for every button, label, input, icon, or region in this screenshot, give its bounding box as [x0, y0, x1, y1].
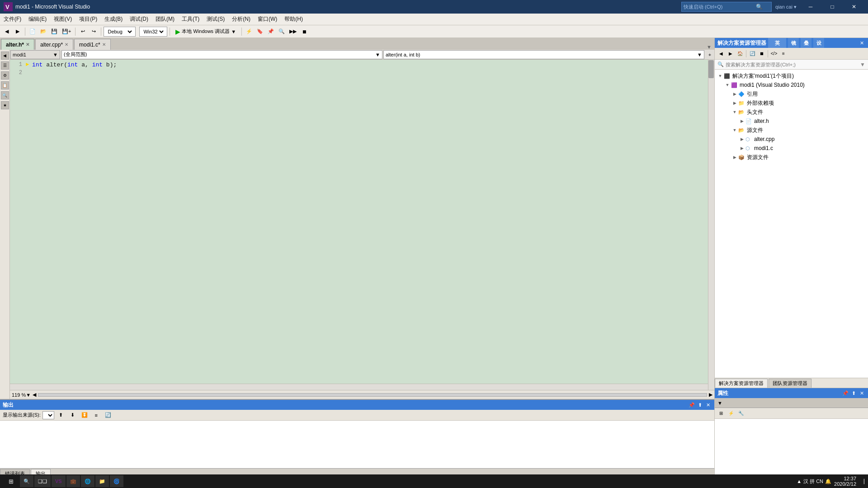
sidebar-icon-3[interactable]: ⚙: [1, 71, 9, 80]
tree-resources[interactable]: ▶ 📦 资源文件: [715, 153, 868, 162]
undo-button[interactable]: ↩: [78, 27, 88, 37]
sidebar-icon-5[interactable]: 🔍: [1, 91, 9, 99]
editor-expand-btn[interactable]: +: [705, 50, 714, 59]
debug-mode-select[interactable]: Debug Release: [106, 28, 133, 35]
tab-expand-btn[interactable]: ▼: [704, 44, 714, 50]
se-refresh-btn[interactable]: 🔄: [748, 49, 757, 58]
output-btn-1[interactable]: ⬆: [56, 410, 66, 420]
new-file-button[interactable]: 📄: [28, 27, 38, 37]
se-search-dropdown[interactable]: ▼: [860, 61, 865, 68]
menu-tools[interactable]: 工具(T): [178, 14, 203, 25]
tab-modi1-c[interactable]: modi1.c* ✕: [74, 39, 111, 50]
props-dropdown[interactable]: ▼: [715, 398, 868, 408]
menu-analyze[interactable]: 分析(N): [228, 14, 254, 25]
tab-alter-cpp-close[interactable]: ✕: [65, 42, 68, 47]
menu-build[interactable]: 生成(B): [101, 14, 126, 25]
se-search-bar[interactable]: 🔍 ▼: [715, 60, 868, 70]
menu-file[interactable]: 文件(F): [0, 14, 25, 25]
taskbar-search[interactable]: 🔍: [20, 475, 33, 487]
tray-notification[interactable]: 🔔: [825, 479, 831, 484]
output-btn-3[interactable]: ⏬: [80, 410, 90, 420]
menu-debug[interactable]: 调试(D): [126, 14, 152, 25]
start-button[interactable]: ⊞: [2, 475, 20, 487]
toolbar-extra-2[interactable]: 🔖: [255, 27, 265, 37]
menu-view[interactable]: 视图(V): [50, 14, 75, 25]
se-search-input[interactable]: [726, 62, 860, 67]
menu-edit[interactable]: 编辑(E): [25, 14, 50, 25]
forward-button[interactable]: ▶: [13, 27, 23, 37]
output-btn-4[interactable]: ≡: [91, 410, 101, 420]
toolbar-extra-3[interactable]: 📌: [266, 27, 276, 37]
output-float-btn[interactable]: ⬆: [696, 401, 703, 408]
user-label[interactable]: qian cai ▾: [775, 4, 797, 10]
se-pin-btn[interactable]: ✕: [858, 39, 865, 47]
redo-button[interactable]: ↪: [89, 27, 99, 37]
output-close-btn[interactable]: ✕: [704, 401, 712, 408]
taskbar-app-3[interactable]: 🌐: [81, 475, 94, 487]
se-code-btn[interactable]: </>: [769, 49, 778, 58]
save-button[interactable]: 💾: [49, 27, 59, 37]
code-editor[interactable]: modi1 ▼ (全局范围) ▼ alter(int a, int b) ▼ +: [10, 50, 714, 399]
sidebar-icon-2[interactable]: ☰: [1, 61, 9, 70]
project-selector[interactable]: modi1 ▼: [10, 50, 60, 59]
platform-select[interactable]: Win32 x64: [142, 28, 165, 35]
toolbar-extra-1[interactable]: ⚡: [244, 27, 254, 37]
run-button[interactable]: ▶ 本地 Windows 调试器 ▼: [172, 27, 239, 37]
props-pin-btn[interactable]: 📌: [842, 389, 849, 397]
tree-sources[interactable]: ▼ 📂 源文件: [715, 126, 868, 135]
zoom-dropdown-icon[interactable]: ▼: [26, 392, 31, 398]
tree-project[interactable]: ▼ 🟪 modi1 (Visual Studio 2010): [715, 80, 868, 89]
se-properties-btn[interactable]: ≡: [779, 49, 788, 58]
minimize-button[interactable]: ─: [800, 0, 821, 14]
props-wrench-btn[interactable]: 🔧: [736, 409, 745, 418]
menu-window[interactable]: 窗口(W): [254, 14, 281, 25]
toolbar-extra-4[interactable]: 🔍: [277, 27, 287, 37]
close-button[interactable]: ✕: [844, 0, 864, 14]
toolbar-extra-6[interactable]: ⏹: [299, 27, 309, 37]
se-back-btn[interactable]: ◀: [717, 49, 726, 58]
tree-external[interactable]: ▶ 📁 外部依赖项: [715, 99, 868, 108]
editor-scrollbar-vertical[interactable]: [708, 60, 714, 390]
quick-launch[interactable]: 🔍: [681, 2, 772, 12]
tab-alter-cpp[interactable]: alter.cpp* ✕: [35, 39, 73, 50]
tab-alter-h-close[interactable]: ✕: [26, 42, 29, 47]
scrollbar-thumb-v[interactable]: [708, 60, 714, 78]
props-grid-btn[interactable]: ⊞: [717, 409, 726, 418]
tree-alter-h[interactable]: ▶ 📄 alter.h: [715, 117, 868, 126]
taskbar-app-4[interactable]: 📁: [95, 475, 109, 487]
tree-headers[interactable]: ▼ 📂 头文件: [715, 108, 868, 117]
tree-solution[interactable]: ▼ ⬛ 解决方案'modi1'(1个项目): [715, 71, 868, 80]
props-close-btn[interactable]: ✕: [858, 389, 865, 397]
taskbar-app-2[interactable]: 💼: [66, 475, 80, 487]
horizontal-scroll-track[interactable]: [38, 393, 707, 397]
platform-dropdown[interactable]: Win32 x64: [139, 27, 167, 37]
menu-test[interactable]: 测试(S): [203, 14, 228, 25]
sidebar-icon-6[interactable]: ★: [1, 101, 9, 109]
save-all-button[interactable]: 💾+: [60, 27, 73, 37]
se-home-btn[interactable]: 🏠: [736, 49, 745, 58]
code-lines[interactable]: 1 ► int alter(int a, int b); 2: [10, 60, 708, 384]
taskbar-task-view[interactable]: ❑❑: [34, 475, 51, 487]
props-float-btn[interactable]: ⬆: [850, 389, 857, 397]
menu-help[interactable]: 帮助(H): [281, 14, 307, 25]
zoom-scroll-left[interactable]: ◀: [33, 392, 36, 398]
tree-alter-cpp[interactable]: ▶ ⬡ alter.cpp: [715, 135, 868, 144]
tab-alter-h[interactable]: alter.h* ✕: [1, 39, 34, 50]
output-btn-2[interactable]: ⬇: [68, 410, 78, 420]
se-tab-solution[interactable]: 解决方案资源管理器: [715, 379, 768, 388]
zoom-scroll-right[interactable]: ▶: [709, 392, 712, 398]
tree-ref[interactable]: ▶ 🔷 引用: [715, 89, 868, 99]
sidebar-icon-1[interactable]: ◀: [1, 52, 9, 60]
sidebar-icon-4[interactable]: 📋: [1, 81, 9, 89]
se-tab-team[interactable]: 团队资源管理器: [769, 379, 811, 388]
props-sort-btn[interactable]: ⚡: [726, 409, 736, 418]
taskbar-vs[interactable]: VS: [52, 475, 66, 487]
output-btn-5[interactable]: 🔄: [103, 410, 113, 420]
maximize-button[interactable]: □: [822, 0, 843, 14]
tab-modi1-c-close[interactable]: ✕: [102, 42, 106, 47]
toolbar-extra-5[interactable]: ▶▶: [288, 27, 298, 37]
tree-modi1-c[interactable]: ▶ ⬡ modi1.c: [715, 144, 868, 153]
output-source-select[interactable]: [42, 411, 54, 419]
se-forward-btn[interactable]: ▶: [726, 49, 735, 58]
se-stop-btn[interactable]: ⏹: [757, 49, 766, 58]
